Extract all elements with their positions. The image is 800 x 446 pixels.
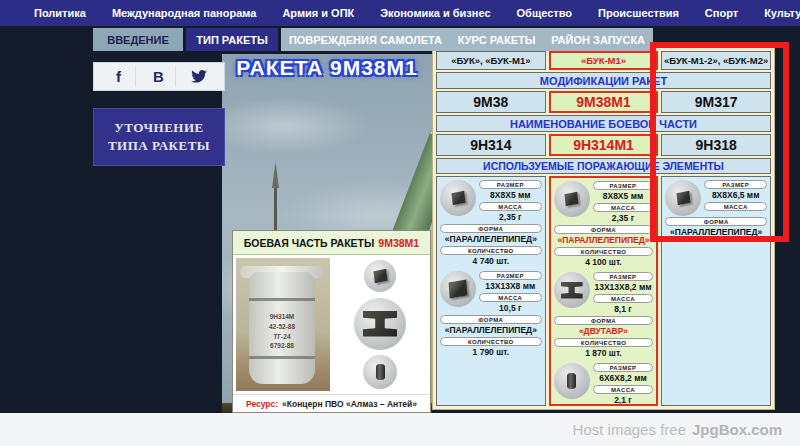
nav-item-economy[interactable]: Экономика и бизнес: [380, 7, 490, 19]
shape-value: «ПАРАЛЛЕЛЕПИПЕД»: [440, 325, 542, 336]
tab-introduction[interactable]: ВВЕДЕНИЕ: [93, 28, 183, 51]
size-label: РАЗМЕР: [704, 180, 767, 189]
footer-strip: Host images free JpgBox.com: [0, 413, 800, 446]
buk-comparison-table: «БУК», «БУК-М1» «БУК-М1» «БУК-М1-2», «БУ…: [432, 47, 775, 410]
nav-item-society[interactable]: Общество: [517, 7, 572, 19]
mass-value: 2,35 г: [593, 213, 654, 224]
nav-item-culture[interactable]: Культура: [764, 7, 800, 19]
mass-value: 2,1 г: [593, 395, 654, 406]
fragment-photo: [554, 363, 590, 399]
mass-label: МАССА: [593, 294, 654, 303]
facebook-icon[interactable]: f: [102, 66, 136, 87]
twitter-icon[interactable]: [182, 66, 216, 87]
fragment-entry: РАЗМЕР 8Х8Х5 мм МАССА 2,35 г ФОРМА «ПАРА…: [554, 181, 654, 268]
modification-9m317: 9М317: [661, 91, 771, 113]
count-value: 4 740 шт.: [440, 256, 542, 267]
fragment-ibeam-photo: [354, 298, 406, 350]
source-text: «Концерн ПВО «Алмаз – Антей»: [282, 399, 417, 409]
fragment-photo: [665, 180, 701, 216]
nav-item-international[interactable]: Международная панорама: [112, 7, 257, 19]
warhead-cylinder-photo: 9Н314М 42-52-88 ТГ-24 6792-88: [236, 258, 330, 391]
system-cell-buk: «БУК», «БУК-М1»: [436, 51, 546, 70]
fragment-entry: РАЗМЕР 13Х13Х8,2 мм МАССА 8,1 г ФОРМА «Д…: [554, 272, 654, 359]
shape-value: «ПАРАЛЛЕЛЕПИПЕД»: [440, 234, 542, 245]
source-label: Ресурс:: [246, 399, 278, 409]
shape-label: ФОРМА: [440, 224, 542, 233]
size-label: РАЗМЕР: [593, 181, 654, 190]
photo-title: РАКЕТА 9М38М1: [222, 56, 432, 80]
warhead-9n318: 9Н318: [661, 134, 771, 156]
fragment-entry: РАЗМЕР 6Х6Х8,2 мм МАССА 2,1 г ФОРМА «ПАР…: [554, 363, 654, 406]
fragment-entry: РАЗМЕР 8Х8Х6,5 мм МАССА ФОРМА «ПАРАЛЛЕЛЕ…: [665, 180, 767, 238]
count-label: КОЛИЧЕСТВО: [554, 338, 654, 347]
count-value: 1 790 шт.: [440, 347, 542, 358]
fragment-photo: [554, 272, 590, 308]
shape-label: ФОРМА: [665, 217, 767, 226]
fragment-entry: РАЗМЕР 8Х8Х5 мм МАССА 2,35 г ФОРМА «ПАРА…: [440, 180, 542, 267]
fragments-column-buk-m1: РАЗМЕР 8Х8Х5 мм МАССА 2,35 г ФОРМА «ПАРА…: [549, 176, 659, 406]
fragment-cylinder-photo: [363, 355, 397, 389]
row-header-modifications: МОДИФИКАЦИИ РАКЕТ: [436, 72, 771, 89]
host-brand-link[interactable]: JpgBox.com: [692, 421, 782, 438]
top-navigation: Политика Международная панорама Армия и …: [0, 0, 800, 26]
system-cell-buk-m1: «БУК-М1»: [549, 51, 659, 70]
modification-9m38: 9М38: [436, 91, 546, 113]
nav-item-army[interactable]: Армия и ОПК: [282, 7, 354, 19]
fragments-column-buk-m2: РАЗМЕР 8Х8Х6,5 мм МАССА ФОРМА «ПАРАЛЛЕЛЕ…: [661, 176, 771, 406]
size-value: 8Х8Х6,5 мм: [704, 190, 767, 201]
size-value: 6Х6Х8,2 мм: [593, 373, 654, 384]
fragment-entry: РАЗМЕР 13Х13Х8 мм МАССА 10,5 г ФОРМА «ПА…: [440, 271, 542, 358]
vk-icon[interactable]: В: [142, 66, 176, 87]
host-text: Host images free: [573, 421, 686, 438]
row-header-warhead-name: НАИМЕНОВАНИЕ БОЕВОЙ ЧАСТИ: [436, 115, 771, 132]
warhead-fragments-photos: [333, 258, 427, 391]
count-label: КОЛИЧЕСТВО: [440, 337, 542, 346]
warhead-source-line: Ресурс: «Концерн ПВО «Алмаз – Антей»: [233, 394, 430, 412]
warhead-9n314: 9Н314: [436, 134, 546, 156]
size-value: 13Х13Х8 мм: [479, 281, 542, 292]
mass-value: 10,5 г: [479, 303, 542, 314]
tab-missile-course[interactable]: КУРС РАКЕТЫ: [458, 34, 536, 46]
nav-item-incidents[interactable]: Происшествия: [598, 7, 679, 19]
mass-label: МАССА: [704, 202, 767, 211]
mass-label: МАССА: [479, 293, 542, 302]
size-label: РАЗМЕР: [593, 272, 654, 281]
tab-launch-area[interactable]: РАЙОН ЗАПУСКА: [551, 34, 645, 46]
shape-label: ФОРМА: [554, 225, 654, 234]
nav-item-politics[interactable]: Политика: [34, 7, 86, 19]
count-value: 1 870 шт.: [554, 348, 654, 359]
warhead-title-highlight: 9М38М1: [378, 237, 419, 249]
size-label: РАЗМЕР: [593, 363, 654, 372]
shape-value: «ДВУТАВР»: [554, 326, 654, 337]
shape-label: ФОРМА: [440, 315, 542, 324]
fragment-photo: [554, 181, 590, 217]
social-share-box: f В: [93, 62, 225, 91]
tab-strip: ПОВРЕЖДЕНИЯ САМОЛЕТА КУРС РАКЕТЫ РАЙОН З…: [281, 28, 653, 51]
warhead-title-text: БОЕВАЯ ЧАСТЬ РАКЕТЫ: [244, 237, 375, 249]
warhead-box-main: 9Н314М 42-52-88 ТГ-24 6792-88: [233, 255, 430, 394]
mass-label: МАССА: [593, 203, 654, 212]
size-label: РАЗМЕР: [479, 271, 542, 280]
fragment-cube-photo: [364, 260, 396, 292]
antenna-pole-tip: [272, 162, 279, 188]
tab-aircraft-damage[interactable]: ПОВРЕЖДЕНИЯ САМОЛЕТА: [289, 34, 442, 46]
clarify-missile-type-button[interactable]: УТОЧНЕНИЕ ТИПА РАКЕТЫ: [93, 108, 225, 166]
shape-value: «ПАРАЛЛЕЛЕПИПЕД»: [665, 227, 767, 238]
shape-label: ФОРМА: [554, 316, 654, 325]
shape-value: «ПАРАЛЛЕЛЕПИПЕД»: [554, 235, 654, 246]
nav-item-sport[interactable]: Спорт: [705, 7, 738, 19]
cylinder-band: [249, 356, 315, 359]
cylinder-band: [249, 298, 315, 301]
mass-label: МАССА: [479, 202, 542, 211]
size-label: РАЗМЕР: [479, 180, 542, 189]
fragments-column-buk: РАЗМЕР 8Х8Х5 мм МАССА 2,35 г ФОРМА «ПАРА…: [436, 176, 546, 406]
fragment-photo: [440, 180, 476, 216]
modification-9m38m1: 9М38М1: [549, 91, 659, 113]
row-header-striking-elements: ИСПОЛЬЗУЕМЫЕ ПОРАЖАЮЩИЕ ЭЛЕМЕНТЫ: [436, 158, 771, 174]
cylinder-markings: 9Н314М 42-52-88 ТГ-24 6792-88: [249, 312, 315, 351]
fragment-photo: [440, 271, 476, 307]
count-value: 4 100 шт.: [554, 257, 654, 268]
tab-missile-type[interactable]: ТИП РАКЕТЫ: [186, 28, 278, 51]
system-cell-buk-m2: «БУК-М1-2», «БУК-М2»: [661, 51, 771, 70]
count-label: КОЛИЧЕСТВО: [554, 247, 654, 256]
